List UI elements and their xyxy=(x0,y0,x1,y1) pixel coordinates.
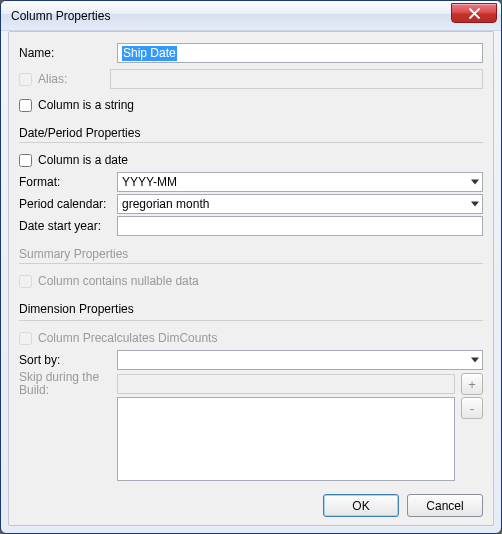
name-value: Ship Date xyxy=(122,46,177,61)
sortby-label: Sort by: xyxy=(19,353,111,367)
titlebar: Column Properties xyxy=(1,1,501,31)
ok-label: OK xyxy=(352,499,369,513)
skip-list-row: - xyxy=(19,397,483,481)
format-label: Format: xyxy=(19,175,111,189)
summary-section: Summary Properties Column contains nulla… xyxy=(19,247,483,292)
column-is-date-checkbox[interactable]: Column is a date xyxy=(19,153,128,167)
minus-icon: - xyxy=(470,401,474,416)
format-value: YYYY-MM xyxy=(122,175,177,189)
divider xyxy=(19,263,483,264)
dimension-section: Dimension Properties Column Precalculate… xyxy=(19,302,483,482)
column-is-string-input[interactable] xyxy=(19,99,32,112)
format-combo[interactable]: YYYY-MM xyxy=(117,172,483,192)
dialog-window: Column Properties Name: Ship Date Alias:… xyxy=(0,0,502,534)
close-icon xyxy=(469,8,480,19)
nullable-input xyxy=(19,275,32,288)
sortby-combo[interactable] xyxy=(117,350,483,370)
add-button[interactable]: + xyxy=(461,373,483,395)
sortby-row: Sort by: xyxy=(19,349,483,371)
skip-build-field xyxy=(117,374,455,394)
footer: OK Cancel xyxy=(19,486,483,517)
name-field[interactable]: Ship Date xyxy=(117,43,483,63)
ok-button[interactable]: OK xyxy=(323,494,399,517)
date-period-section: Date/Period Properties Column is a date … xyxy=(19,126,483,237)
precalc-checkbox: Column Precalculates DimCounts xyxy=(19,331,217,345)
format-row: Format: YYYY-MM xyxy=(19,171,483,193)
alias-checkbox-input xyxy=(19,73,32,86)
string-row: Column is a string xyxy=(19,94,483,116)
alias-field xyxy=(110,69,483,89)
period-calendar-row: Period calendar: gregorian month xyxy=(19,193,483,215)
date-row: Column is a date xyxy=(19,149,483,171)
period-calendar-label: Period calendar: xyxy=(19,197,111,211)
summary-title: Summary Properties xyxy=(19,247,483,261)
name-row: Name: Ship Date xyxy=(19,42,483,64)
alias-row: Alias: xyxy=(19,68,483,90)
column-is-date-label: Column is a date xyxy=(38,153,128,167)
period-calendar-value: gregorian month xyxy=(122,197,209,211)
start-year-label: Date start year: xyxy=(19,219,111,233)
precalc-input xyxy=(19,332,32,345)
alias-checkbox: Alias: xyxy=(19,72,104,86)
remove-button[interactable]: - xyxy=(461,397,483,419)
alias-label: Alias: xyxy=(38,72,104,86)
name-label: Name: xyxy=(19,46,111,60)
close-button[interactable] xyxy=(451,3,497,23)
column-is-string-checkbox[interactable]: Column is a string xyxy=(19,98,134,112)
nullable-row: Column contains nullable data xyxy=(19,270,483,292)
start-year-field[interactable] xyxy=(117,216,483,236)
skip-build-label: Skip during the Build: xyxy=(19,371,111,397)
plus-icon: + xyxy=(468,377,476,392)
cancel-button[interactable]: Cancel xyxy=(407,494,483,517)
precalc-label: Column Precalculates DimCounts xyxy=(38,331,217,345)
column-is-string-label: Column is a string xyxy=(38,98,134,112)
nullable-checkbox: Column contains nullable data xyxy=(19,274,199,288)
client-area: Name: Ship Date Alias: Column is a strin… xyxy=(8,31,494,526)
chevron-down-icon xyxy=(471,202,479,207)
start-year-row: Date start year: xyxy=(19,215,483,237)
nullable-label: Column contains nullable data xyxy=(38,274,199,288)
chevron-down-icon xyxy=(471,358,479,363)
cancel-label: Cancel xyxy=(426,499,463,513)
divider xyxy=(19,320,483,321)
dimension-title: Dimension Properties xyxy=(19,302,483,316)
period-calendar-combo[interactable]: gregorian month xyxy=(117,194,483,214)
window-title: Column Properties xyxy=(11,9,451,23)
date-period-title: Date/Period Properties xyxy=(19,126,483,140)
chevron-down-icon xyxy=(471,180,479,185)
precalc-row: Column Precalculates DimCounts xyxy=(19,327,483,349)
column-is-date-input[interactable] xyxy=(19,154,32,167)
skip-build-row: Skip during the Build: + xyxy=(19,371,483,397)
skip-list[interactable] xyxy=(117,397,455,481)
divider xyxy=(19,142,483,143)
